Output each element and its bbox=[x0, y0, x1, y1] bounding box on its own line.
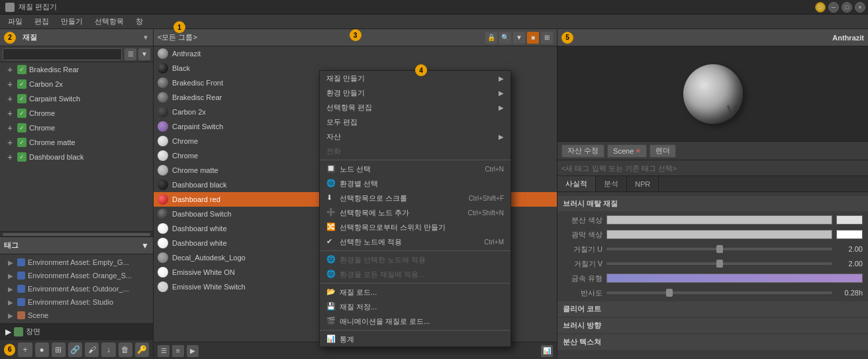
window-minimize[interactable]: ─ bbox=[828, 2, 839, 13]
ctx-item-env-select[interactable]: 🌐 환경별 선택 bbox=[320, 176, 510, 191]
search-icon2[interactable]: 🔍 bbox=[499, 32, 511, 44]
ctx-item-scroll[interactable]: ⬇ 선택항목으로 스크롤 Ctrl+Shift+F bbox=[320, 191, 510, 205]
color-icon[interactable]: ■ bbox=[527, 32, 539, 44]
ctx-separator bbox=[320, 160, 510, 160]
diffuse-swatch[interactable] bbox=[606, 215, 832, 225]
ctx-item-make-switch[interactable]: 🔀 선택항목으로부터 스위치 만들기 bbox=[320, 220, 510, 234]
menu-edit[interactable]: 편집 bbox=[29, 15, 54, 28]
roughness-v-slider[interactable] bbox=[606, 262, 832, 265]
list-item[interactable]: Anthrazit bbox=[154, 46, 557, 61]
ctx-item-make-env[interactable]: 환경 만들기 ▶ bbox=[320, 85, 510, 100]
arrow-icon: ▶ bbox=[499, 89, 504, 97]
add-button[interactable]: + bbox=[5, 79, 15, 89]
scene-expand-icon: ▶ bbox=[5, 327, 11, 336]
tab-analysis[interactable]: 분석 bbox=[596, 176, 627, 191]
bottom-icon3[interactable]: ▶ bbox=[187, 345, 199, 357]
menu-select[interactable]: 선택항목 bbox=[89, 15, 129, 28]
specular-swatch2[interactable] bbox=[836, 230, 863, 239]
add-button[interactable]: + bbox=[5, 109, 15, 118]
window-close[interactable]: × bbox=[855, 2, 865, 13]
tag-input-field[interactable] bbox=[561, 164, 864, 172]
render-button[interactable]: 렌더 bbox=[650, 144, 676, 158]
link-button[interactable]: 🔗 bbox=[68, 342, 82, 357]
reflectance-slider[interactable] bbox=[606, 291, 832, 294]
filter-icon2[interactable]: ▼ bbox=[513, 32, 525, 44]
window-maximize[interactable]: □ bbox=[842, 2, 852, 13]
scene-button[interactable]: Scene ✕ bbox=[607, 144, 647, 158]
mat-name: Chrome bbox=[172, 152, 198, 160]
grid-icon[interactable]: ⊞ bbox=[541, 32, 553, 44]
prop-row-reflectance: 반사도 0.28h bbox=[557, 285, 868, 300]
list-item[interactable]: + ✓ Chrome bbox=[0, 121, 153, 135]
ctx-item-apply-env-all[interactable]: 🌐 환경을 모든 재질에 적용... bbox=[320, 267, 510, 282]
metal-type-bar[interactable] bbox=[606, 274, 863, 283]
window-d-button[interactable]: D bbox=[815, 2, 826, 13]
ctx-item-phone[interactable]: 전화 bbox=[320, 144, 510, 158]
reflectance-value: 0.28h bbox=[836, 289, 863, 297]
asset-modify-button[interactable]: 자산 수정 bbox=[561, 144, 604, 158]
key-button[interactable]: 🔑 bbox=[135, 342, 149, 357]
ctx-item-apply-env-node[interactable]: 🌐 환경을 선택한 노드에 적용 bbox=[320, 252, 510, 267]
diffuse-swatch2[interactable] bbox=[836, 215, 863, 225]
lock-icon[interactable]: 🔒 bbox=[485, 32, 497, 44]
scene-row[interactable]: ▶ 장면 bbox=[0, 323, 153, 339]
ctx-item-edit-all[interactable]: 모두 편집 bbox=[320, 115, 510, 129]
list-icon[interactable]: ☰ bbox=[158, 345, 169, 357]
tag-item[interactable]: ▶ Environment Asset: Empty_G... bbox=[0, 256, 153, 269]
tab-realistic[interactable]: 사실적 bbox=[557, 176, 596, 191]
ctx-item-make-material[interactable]: 재질 만들기 ▶ bbox=[320, 71, 510, 85]
search-input[interactable] bbox=[3, 48, 122, 60]
mat-name: Carpaint Switch bbox=[172, 123, 223, 130]
panel-arrow-icon[interactable]: ▼ bbox=[142, 34, 149, 41]
tag-item[interactable]: ▶ Environment Asset: Outdoor_... bbox=[0, 282, 153, 295]
add-button[interactable]: + bbox=[5, 94, 15, 103]
list-item[interactable]: + ✓ Chrome matte bbox=[0, 135, 153, 150]
ctx-shortcut: Ctrl+N bbox=[485, 166, 504, 173]
ctx-item-asset[interactable]: 자산 ▶ bbox=[320, 129, 510, 144]
sphere-button[interactable]: ● bbox=[35, 342, 49, 357]
mat-check: ✓ bbox=[17, 79, 26, 89]
add-button[interactable]: + bbox=[5, 152, 15, 162]
ctx-item-node-select[interactable]: 🔲 노드 선택 Ctrl+N bbox=[320, 162, 510, 176]
preview-title: Anthrazit bbox=[832, 34, 864, 42]
sort-icon[interactable]: ▼ bbox=[138, 48, 150, 60]
tag-arrow-icon[interactable]: ▼ bbox=[141, 241, 149, 250]
ctx-item-load-mat[interactable]: 📂 재질 로드... bbox=[320, 285, 510, 299]
down-button[interactable]: ↓ bbox=[101, 342, 115, 357]
tag-item[interactable]: ▶ Environment Asset: Studio bbox=[0, 295, 153, 309]
ctx-item-edit-select[interactable]: 선택항목 편집 ▶ bbox=[320, 100, 510, 115]
menu-file[interactable]: 파일 bbox=[3, 15, 28, 28]
paint-button[interactable]: 🖌 bbox=[85, 342, 99, 357]
tag-item[interactable]: ▶ Scene bbox=[0, 309, 153, 322]
ctx-left: 🌐 환경을 모든 재질에 적용... bbox=[326, 270, 424, 280]
ctx-item-save-mat[interactable]: 💾 재질 저장... bbox=[320, 299, 510, 314]
filter-icon[interactable]: ☰ bbox=[124, 48, 136, 60]
add-button[interactable]: + bbox=[5, 65, 15, 74]
specular-swatch[interactable] bbox=[606, 230, 832, 239]
menu-make[interactable]: 만들기 bbox=[56, 15, 88, 28]
list-item[interactable]: + ✓ Chrome bbox=[0, 106, 153, 121]
mat-check: ✓ bbox=[17, 94, 26, 103]
list-item[interactable]: + ✓ Dashboard black bbox=[0, 150, 153, 164]
add-button[interactable]: + bbox=[5, 123, 15, 132]
add-mat-button[interactable]: + bbox=[18, 342, 32, 357]
tab-npr[interactable]: NPR bbox=[627, 176, 659, 191]
left-scrollbar[interactable] bbox=[0, 231, 153, 236]
stats-bar-icon[interactable]: 📊 bbox=[541, 345, 553, 357]
add-button[interactable]: + bbox=[5, 138, 15, 147]
bottom-icon2[interactable]: ≡ bbox=[172, 345, 184, 357]
right-controls: 자산 수정 Scene ✕ 렌더 bbox=[557, 142, 868, 160]
menu-window[interactable]: 창 bbox=[130, 15, 148, 28]
ctx-item-add-node[interactable]: ➕ 선택항목에 노드 추가 Ctrl+Shift+N bbox=[320, 205, 510, 220]
ctx-item-apply-node[interactable]: ✔ 선택한 노드에 적용 Ctrl+M bbox=[320, 234, 510, 249]
ctx-item-stats[interactable]: 📊 통계 bbox=[320, 332, 510, 346]
tag-item[interactable]: ▶ Environment Asset: Orange_S... bbox=[0, 269, 153, 282]
node-select-icon: 🔲 bbox=[326, 164, 336, 174]
list-item[interactable]: + ✓ Carbon 2x bbox=[0, 77, 153, 91]
list-item[interactable]: + ✓ Carpaint Switch bbox=[0, 91, 153, 106]
roughness-u-slider[interactable] bbox=[606, 248, 832, 250]
delete-button[interactable]: 🗑 bbox=[119, 342, 132, 357]
ctx-item-load-anim[interactable]: 🎬 애니메이션을 재질로 로드... bbox=[320, 314, 510, 329]
list-item[interactable]: + ✓ Brakedisc Rear bbox=[0, 62, 153, 77]
grid-button[interactable]: ⊞ bbox=[52, 342, 66, 357]
